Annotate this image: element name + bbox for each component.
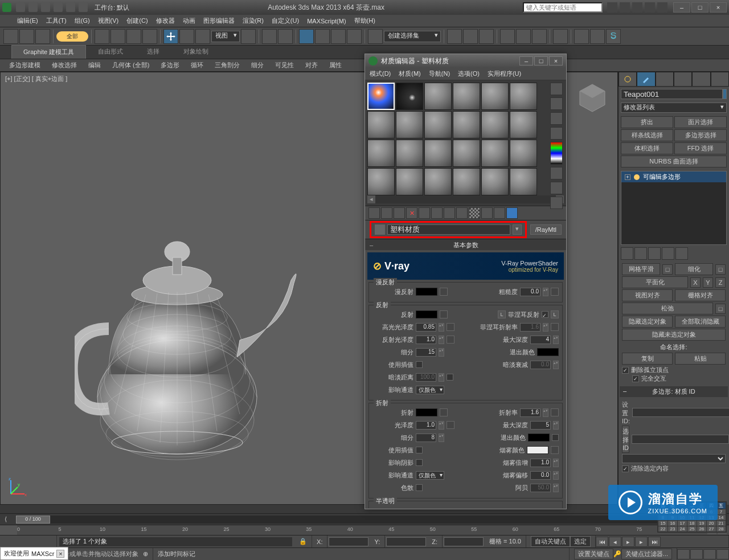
spinner-buttons[interactable]: ▴▾ (553, 471, 559, 480)
qat-undo-icon[interactable] (54, 3, 63, 12)
mod-volsel-button[interactable]: 体积选择 (621, 142, 673, 154)
selection-filter-dropdown[interactable]: 全部 (56, 31, 88, 42)
welcome-close-icon[interactable]: × (56, 550, 64, 558)
menu-rendering[interactable]: 渲染(R) (243, 17, 264, 25)
stack-item-editable-poly[interactable]: + 可编辑多边形 (621, 171, 726, 182)
utilities-tab-icon[interactable] (711, 72, 729, 87)
snaps-toggle-icon[interactable] (299, 29, 314, 44)
planar-y-button[interactable]: Y (703, 277, 713, 288)
maximize-viewport-icon[interactable] (716, 549, 729, 559)
reflect-color-swatch[interactable] (416, 310, 437, 318)
material-slot[interactable] (510, 140, 537, 167)
modifier-stack[interactable]: + 可编辑多边形 (621, 171, 727, 245)
reset-map-icon[interactable]: ✕ (406, 207, 417, 219)
spinner-buttons[interactable]: ▴▾ (439, 421, 444, 430)
menu-views[interactable]: 视图(V) (98, 17, 119, 25)
fresnelior-map-button[interactable] (551, 323, 559, 331)
qat-link-icon[interactable] (79, 3, 88, 12)
paste-button[interactable]: 粘贴 (675, 353, 726, 365)
matid-dropdown[interactable] (622, 454, 726, 463)
keyboard-shortcut-icon[interactable] (278, 29, 293, 44)
affect-channel-dropdown[interactable]: 仅颜色 (416, 386, 444, 394)
spinner-buttons[interactable]: ▴▾ (439, 434, 444, 442)
menu-modifiers[interactable]: 修改器 (156, 17, 175, 25)
copy-button[interactable]: 复制 (622, 353, 673, 365)
material-slot[interactable] (367, 111, 395, 138)
refrgloss-map-button[interactable] (447, 421, 454, 429)
play-icon[interactable]: ▸ (622, 537, 634, 547)
selectid-input[interactable] (632, 435, 729, 444)
isolate-icon[interactable]: ⊕ (138, 548, 153, 560)
ior-spinner[interactable]: 1.6 (520, 408, 540, 417)
assign-to-sel-icon[interactable] (394, 207, 405, 219)
material-editor-icon[interactable] (553, 29, 568, 44)
x-coord-input[interactable] (329, 537, 368, 546)
menu-grapheditors[interactable]: 图形编辑器 (203, 17, 235, 25)
goto-end-icon[interactable]: ⏭ (648, 537, 661, 547)
meshsmooth-button[interactable]: 网格平滑 (622, 263, 660, 275)
spinner-buttons[interactable]: ▴▾ (543, 323, 548, 332)
select-move-icon[interactable] (163, 29, 178, 44)
fogbias-spinner[interactable]: 0.0 (530, 471, 551, 480)
diffuse-map-button[interactable] (440, 288, 448, 296)
maximize-button[interactable]: □ (691, 2, 708, 13)
keyfilter-button[interactable]: 关键点过滤器... (621, 549, 672, 559)
mat-menu-utils[interactable]: 实用程序(U) (488, 70, 521, 78)
selectid-button[interactable]: 选择 ID (622, 426, 629, 453)
panel-vis[interactable]: 可见性 (271, 60, 298, 71)
reflgloss-map-button[interactable] (447, 336, 454, 344)
material-slot[interactable] (396, 140, 423, 167)
material-slot[interactable] (453, 168, 480, 195)
material-editor-titlebar[interactable]: 材质编辑器 - 塑料材质 – □ × (365, 54, 566, 68)
hidesel-button[interactable]: 隐藏选定对象 (622, 316, 673, 328)
refr-gloss-spinner[interactable]: 1.0 (416, 421, 436, 430)
qat-open-icon[interactable] (28, 3, 38, 12)
material-slot[interactable] (481, 140, 509, 167)
hilight-gloss-spinner[interactable]: 0.85 (416, 323, 436, 332)
select-manipulate-icon[interactable] (262, 29, 277, 44)
make-unique-icon[interactable] (648, 247, 661, 260)
viewport-label[interactable]: [+] [正交] [ 真实+边面 ] (5, 75, 67, 83)
unlink-icon[interactable] (19, 29, 34, 44)
infocenter-icon[interactable] (607, 2, 617, 13)
favorites-icon[interactable] (645, 2, 655, 13)
spinner-buttons[interactable]: ▴▾ (543, 408, 548, 417)
panel-loop[interactable]: 循环 (186, 60, 208, 71)
gridalign-button[interactable]: 栅格对齐 (675, 289, 726, 301)
full-interactive-checkbox[interactable]: 完全交互 (632, 374, 726, 383)
prev-frame-icon[interactable]: ◂ (609, 537, 621, 547)
spinner-buttons[interactable]: ▴▾ (553, 421, 559, 430)
bind-spacewarp-icon[interactable] (35, 29, 50, 44)
fogcolor-swatch[interactable] (527, 446, 548, 454)
material-id-icon[interactable] (456, 207, 468, 219)
select-rotate-icon[interactable] (179, 29, 194, 44)
relax-button[interactable]: 松弛 (622, 303, 713, 314)
abbe-spinner[interactable]: 50.0 (530, 484, 551, 492)
spinner-buttons[interactable]: ▴▾ (439, 336, 444, 344)
time-slider-thumb[interactable]: 0 / 100 (16, 516, 50, 524)
material-slot[interactable] (424, 168, 452, 195)
lock-button[interactable]: L (551, 310, 559, 318)
spinner-buttons[interactable]: ▴▾ (439, 348, 444, 357)
mirror-icon[interactable] (447, 29, 462, 44)
mat-menu-material[interactable]: 材质(M) (399, 70, 421, 78)
unhideall-button[interactable]: 全部取消隐藏 (675, 316, 726, 328)
refr-subdiv-spinner[interactable]: 8 (416, 434, 436, 442)
pan-icon[interactable] (677, 549, 690, 559)
subdiv-spinner[interactable]: 15 (416, 348, 436, 357)
script-listener-cell[interactable] (0, 536, 57, 547)
material-slot[interactable] (453, 140, 480, 167)
background-icon[interactable] (550, 112, 563, 125)
diffuse-color-swatch[interactable] (416, 288, 437, 296)
trackbar-toggle-icon[interactable] (0, 525, 17, 535)
mat-menu-nav[interactable]: 导航(N) (429, 70, 450, 78)
mod-nurbssel-button[interactable]: NURBS 曲面选择 (621, 156, 727, 167)
zoom-icon[interactable] (690, 549, 703, 559)
show-map-icon[interactable] (469, 207, 480, 219)
material-slot[interactable] (481, 111, 509, 138)
panel-tri[interactable]: 三角剖分 (210, 60, 244, 71)
make-preview-icon[interactable] (550, 167, 563, 179)
panel-subdiv[interactable]: 细分 (247, 60, 268, 71)
curve-editor-icon[interactable] (516, 29, 531, 44)
hilight-map-button[interactable] (447, 323, 454, 331)
